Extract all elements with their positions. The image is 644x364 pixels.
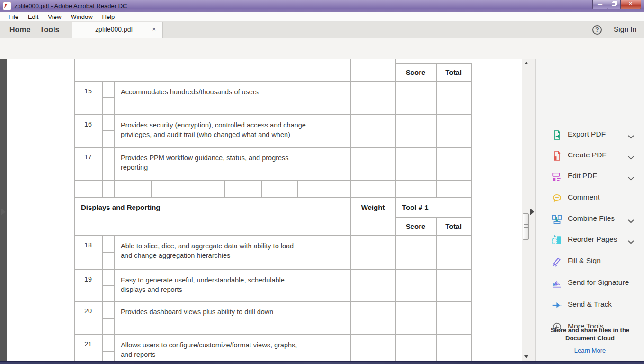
close-tab-icon[interactable]: × — [152, 26, 156, 33]
tab-tools[interactable]: Tools — [34, 22, 65, 38]
row-description: Provides security (encryption), controll… — [121, 120, 346, 139]
chevron-down-icon[interactable] — [628, 132, 634, 141]
sidebar-item-label: Comment — [568, 193, 599, 201]
row-number: 20 — [74, 307, 102, 315]
menu-help[interactable]: Help — [98, 12, 120, 21]
fill-sign-icon — [552, 256, 562, 267]
sidebar-item-label: Send & Track — [568, 300, 612, 309]
menu-window[interactable]: Window — [66, 12, 97, 21]
row-description: Easy to generate useful, understandable,… — [121, 275, 346, 294]
total-header: Total — [436, 68, 471, 76]
create-pdf-icon — [552, 151, 562, 161]
document-pane: Score Total 15 Accommodates hundreds/tho… — [0, 59, 522, 364]
scrollbar-thumb[interactable] — [523, 213, 529, 240]
row-number: 21 — [74, 340, 102, 348]
weight-header: Weight — [350, 203, 395, 211]
sidebar-item-comment[interactable]: Comment — [536, 188, 644, 209]
combine-files-icon — [552, 214, 562, 225]
row-number: 15 — [74, 87, 102, 95]
chevron-down-icon[interactable] — [628, 174, 634, 182]
sidebar-item-label: Reorder Pages — [568, 235, 617, 244]
tool-header: Tool # 1 — [402, 203, 429, 211]
window-title: zpfile000.pdf - Adobe Acrobat Reader DC — [14, 2, 127, 9]
tools-panel: Export PDF Create PDF Edit PDF Comment C… — [535, 59, 644, 364]
score-header: Score — [395, 68, 436, 76]
sidebar-item-label: Edit PDF — [568, 172, 597, 180]
sidebar-item-label: Fill & Sign — [568, 256, 601, 265]
row-number: 18 — [74, 241, 102, 249]
acrobat-reader-window: zpfile000.pdf - Adobe Acrobat Reader DC … — [0, 0, 644, 364]
sidebar-item-create-pdf[interactable]: Create PDF — [536, 146, 644, 166]
panel-edge-strip — [529, 59, 535, 361]
document-tab-label: zpfile000.pdf — [95, 26, 133, 33]
row-description: Provides PPM workflow guidance, status, … — [121, 153, 346, 172]
edit-pdf-icon — [552, 172, 562, 182]
help-glyph: ? — [595, 27, 599, 33]
sidebar-item-send-for-signature[interactable]: Send for Signature — [536, 273, 644, 294]
close-button[interactable]: ✕ — [620, 0, 641, 9]
comment-icon — [552, 193, 562, 203]
row-number: 17 — [74, 153, 102, 161]
main-toolbar: 4 / 6 116% — [0, 38, 644, 59]
row-description: Accommodates hundreds/thousands of users — [121, 87, 346, 97]
acrobat-app-icon — [3, 2, 11, 10]
tools-panel-collapse-icon[interactable] — [530, 209, 534, 215]
row-number: 16 — [74, 120, 102, 128]
reorder-pages-icon — [552, 235, 562, 246]
send-track-icon — [552, 300, 562, 310]
row-number: 19 — [74, 275, 102, 283]
sidebar-item-label: Export PDF — [568, 130, 606, 138]
sidebar-item-label: Create PDF — [568, 151, 607, 159]
chevron-down-icon[interactable] — [628, 237, 634, 246]
vertical-scrollbar[interactable] — [522, 59, 529, 361]
tab-home[interactable]: Home — [4, 22, 36, 38]
score-header: Score — [395, 222, 436, 230]
restore-button[interactable] — [607, 0, 621, 9]
pdf-page: Score Total 15 Accommodates hundreds/tho… — [7, 59, 522, 361]
send-signature-icon — [552, 278, 562, 289]
scroll-up-icon[interactable] — [524, 62, 528, 64]
learn-more-link[interactable]: Learn More — [540, 347, 640, 354]
menu-view[interactable]: View — [43, 12, 66, 21]
sidebar-item-label: Combine Files — [568, 214, 615, 223]
windows-taskbar-edge[interactable] — [0, 361, 644, 364]
sidebar-item-fill-sign[interactable]: Fill & Sign — [536, 251, 644, 272]
sidebar-item-export-pdf[interactable]: Export PDF — [536, 125, 644, 146]
sidebar-item-label: Send for Signature — [568, 278, 629, 287]
menu-edit[interactable]: Edit — [23, 12, 43, 21]
scrollbar-grip — [524, 224, 528, 228]
sidebar-item-edit-pdf[interactable]: Edit PDF — [536, 166, 644, 187]
chevron-down-icon[interactable] — [628, 217, 634, 225]
help-icon[interactable]: ? — [592, 25, 602, 35]
row-description: Provides dashboard views plus ability to… — [121, 307, 346, 317]
sidebar-item-send-track[interactable]: Send & Track — [536, 295, 644, 316]
sidebar-item-combine-files[interactable]: Combine Files — [536, 209, 644, 230]
menu-file[interactable]: File — [4, 12, 23, 21]
chevron-down-icon[interactable] — [628, 153, 634, 162]
tab-bar: Home Tools zpfile000.pdf × ? Sign In — [0, 22, 644, 38]
total-header: Total — [436, 222, 471, 230]
export-pdf-icon — [552, 130, 562, 140]
section-title: Displays and Reporting — [81, 203, 161, 211]
row-description: Able to slice, dice, and aggregate data … — [121, 241, 346, 260]
sidebar-item-reorder-pages[interactable]: Reorder Pages — [536, 230, 644, 251]
menu-bar: File Edit View Window Help — [0, 12, 644, 22]
minimize-button[interactable]: ▬ — [592, 0, 608, 9]
navigation-pane-expand-icon[interactable] — [1, 209, 6, 215]
title-bar: zpfile000.pdf - Adobe Acrobat Reader DC … — [0, 0, 644, 12]
sign-in-button[interactable]: Sign In — [614, 25, 636, 34]
row-description: Allows users to configure/customize/form… — [121, 340, 346, 359]
tab-document[interactable]: zpfile000.pdf × — [72, 22, 163, 38]
scroll-down-icon[interactable] — [524, 355, 528, 358]
document-cloud-promo: Store and share files in the Document Cl… — [540, 326, 640, 342]
